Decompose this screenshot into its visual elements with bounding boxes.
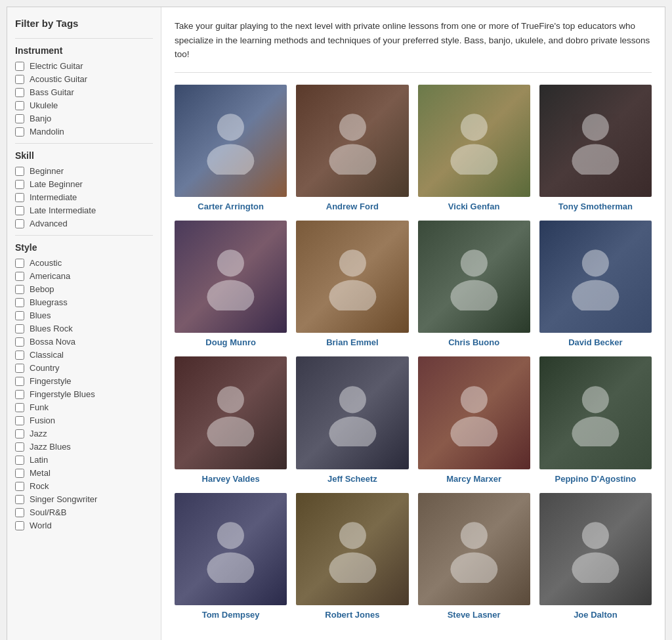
skill-item-1[interactable]: Late Beginner (15, 179, 153, 189)
style-checkbox-1[interactable] (15, 272, 24, 281)
style-item-16[interactable]: Metal (15, 468, 153, 478)
style-label-17: Rock (30, 481, 49, 491)
skill-item-0[interactable]: Beginner (15, 166, 153, 176)
style-item-18[interactable]: Singer Songwriter (15, 494, 153, 504)
style-checkbox-11[interactable] (15, 403, 24, 412)
educator-card-15[interactable]: Joe Dalton (539, 493, 652, 620)
instrument-item-1[interactable]: Acoustic Guitar (15, 74, 153, 84)
style-checkbox-6[interactable] (15, 337, 24, 347)
style-checkbox-9[interactable] (15, 377, 24, 386)
style-item-12[interactable]: Fusion (15, 416, 153, 425)
style-checkbox-4[interactable] (15, 311, 24, 320)
skill-item-3[interactable]: Late Intermediate (15, 205, 153, 215)
style-checkbox-8[interactable] (15, 364, 24, 373)
svg-point-7 (572, 144, 619, 175)
style-checkbox-17[interactable] (15, 482, 24, 491)
educator-card-5[interactable]: Brian Emmel (296, 221, 408, 347)
style-item-17[interactable]: Rock (15, 481, 153, 491)
instrument-item-2[interactable]: Bass Guitar (15, 87, 153, 97)
educators-grid: Carter Arrington Andrew Ford Vicki Genfa… (175, 85, 652, 620)
educator-card-6[interactable]: Chris Buono (418, 221, 530, 347)
style-item-11[interactable]: Funk (15, 402, 153, 412)
style-checkbox-14[interactable] (15, 442, 24, 452)
skill-checkbox-2[interactable] (15, 193, 24, 202)
instrument-checkbox-1[interactable] (15, 75, 24, 84)
style-checkbox-18[interactable] (15, 495, 24, 504)
style-item-10[interactable]: Fingerstyle Blues (15, 389, 153, 399)
educator-card-2[interactable]: Vicki Genfan (418, 85, 530, 211)
style-item-7[interactable]: Classical (15, 350, 153, 360)
style-checkbox-20[interactable] (15, 521, 24, 530)
skill-item-2[interactable]: Intermediate (15, 192, 153, 202)
skill-checkbox-1[interactable] (15, 180, 24, 189)
educator-card-3[interactable]: Tony Smotherman (539, 85, 652, 211)
style-item-13[interactable]: Jazz (15, 429, 153, 438)
style-item-6[interactable]: Bossa Nova (15, 337, 153, 347)
style-item-8[interactable]: Country (15, 363, 153, 373)
educator-card-1[interactable]: Andrew Ford (296, 85, 408, 211)
style-label-13: Jazz (30, 429, 47, 438)
instrument-checkbox-5[interactable] (15, 127, 24, 137)
style-checkbox-15[interactable] (15, 456, 24, 465)
educator-photo-8 (175, 356, 287, 469)
instrument-checkbox-3[interactable] (15, 101, 24, 110)
skill-checkboxes: Beginner Late Beginner Intermediate Late… (15, 166, 153, 228)
educator-photo-7 (539, 221, 652, 333)
style-item-3[interactable]: Bluegrass (15, 297, 153, 307)
style-checkbox-10[interactable] (15, 390, 24, 399)
photo-placeholder-13 (296, 493, 408, 605)
style-item-20[interactable]: World (15, 521, 153, 530)
skill-checkbox-4[interactable] (15, 219, 24, 228)
instrument-checkbox-4[interactable] (15, 114, 24, 123)
style-checkbox-7[interactable] (15, 351, 24, 360)
style-item-15[interactable]: Latin (15, 455, 153, 465)
educator-card-12[interactable]: Tom Dempsey (175, 493, 287, 620)
educator-card-14[interactable]: Steve Lasner (418, 493, 530, 620)
educator-card-9[interactable]: Jeff Scheetz (296, 356, 408, 483)
instrument-checkbox-2[interactable] (15, 88, 24, 97)
svg-point-12 (461, 250, 488, 277)
instrument-item-4[interactable]: Banjo (15, 114, 153, 123)
educator-card-0[interactable]: Carter Arrington (175, 85, 287, 211)
instrument-checkbox-0[interactable] (15, 62, 24, 71)
style-checkbox-5[interactable] (15, 324, 24, 333)
educator-card-11[interactable]: Peppino D'Agostino (539, 356, 652, 483)
instrument-checkboxes: Electric Guitar Acoustic Guitar Bass Gui… (15, 61, 153, 137)
skill-item-4[interactable]: Advanced (15, 219, 153, 228)
style-item-5[interactable]: Blues Rock (15, 324, 153, 333)
educator-card-4[interactable]: Doug Munro (175, 221, 287, 347)
style-checkbox-2[interactable] (15, 285, 24, 294)
skill-label-0: Beginner (30, 166, 64, 176)
svg-point-30 (582, 522, 609, 549)
instrument-item-0[interactable]: Electric Guitar (15, 61, 153, 71)
style-checkbox-3[interactable] (15, 298, 24, 307)
style-item-1[interactable]: Americana (15, 271, 153, 281)
educator-card-8[interactable]: Harvey Valdes (175, 356, 287, 483)
svg-point-19 (329, 416, 376, 446)
instrument-item-3[interactable]: Ukulele (15, 100, 153, 110)
style-item-9[interactable]: Fingerstyle (15, 376, 153, 386)
style-item-14[interactable]: Jazz Blues (15, 442, 153, 452)
instrument-item-5[interactable]: Mandolin (15, 127, 153, 137)
educator-card-10[interactable]: Marcy Marxer (418, 356, 530, 483)
style-checkbox-19[interactable] (15, 508, 24, 517)
style-checkbox-12[interactable] (15, 416, 24, 425)
style-item-4[interactable]: Blues (15, 310, 153, 320)
skill-checkbox-3[interactable] (15, 206, 24, 215)
instrument-label-5: Mandolin (30, 127, 64, 137)
style-label-9: Fingerstyle (30, 376, 72, 386)
svg-point-17 (207, 416, 255, 446)
educator-photo-5 (296, 221, 408, 333)
svg-point-23 (572, 416, 619, 446)
style-checkbox-13[interactable] (15, 429, 24, 438)
style-checkbox-0[interactable] (15, 259, 24, 268)
educator-photo-11 (539, 356, 652, 469)
photo-placeholder-1 (296, 85, 408, 197)
style-item-0[interactable]: Acoustic (15, 258, 153, 268)
style-item-19[interactable]: Soul/R&B (15, 507, 153, 517)
educator-card-13[interactable]: Robert Jones (296, 493, 408, 620)
educator-card-7[interactable]: David Becker (539, 221, 652, 347)
style-item-2[interactable]: Bebop (15, 284, 153, 294)
style-checkbox-16[interactable] (15, 469, 24, 478)
skill-checkbox-0[interactable] (15, 167, 24, 176)
